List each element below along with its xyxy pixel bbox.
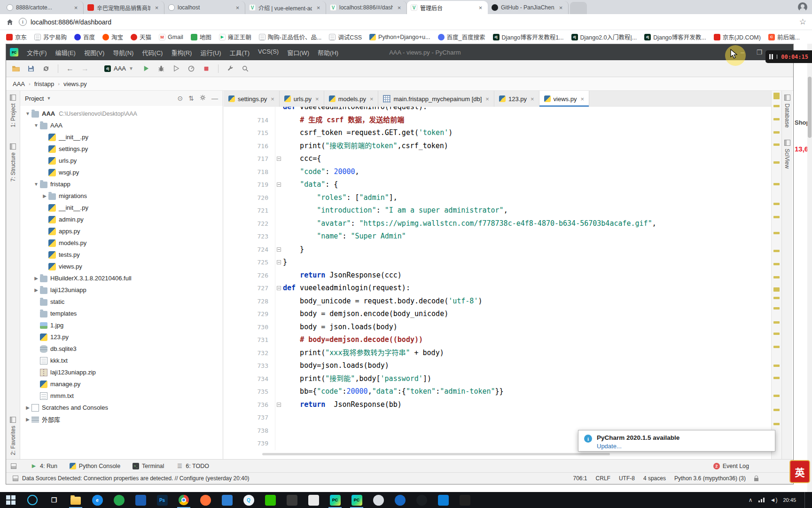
- expand-arrow-icon[interactable]: ▼: [32, 123, 40, 128]
- file-encoding[interactable]: UTF-8: [619, 475, 635, 482]
- code-line[interactable]: 734 print("接到能",body['password']): [224, 373, 771, 386]
- browser-tab[interactable]: V管理后台×: [407, 1, 488, 14]
- fold-marker-icon[interactable]: [277, 157, 281, 161]
- code-editor[interactable]: def vueeleadmintokenInfo(request):714 # …: [224, 107, 771, 459]
- forward-icon[interactable]: →: [80, 64, 90, 74]
- tree-item[interactable]: 123.py: [20, 331, 223, 343]
- code-line[interactable]: def vueeleadmintokenInfo(request):: [224, 107, 771, 114]
- bookmark-item[interactable]: djDjango2.0入门教程|...: [568, 31, 640, 43]
- tree-item[interactable]: ▶migrations: [20, 190, 223, 202]
- project-panel-title[interactable]: Project: [25, 95, 44, 102]
- tree-item[interactable]: __init__.py: [20, 202, 223, 214]
- bookmark-item[interactable]: 天猫: [127, 31, 155, 43]
- browser-tab[interactable]: GitHub - PanJiaChen/v...×: [488, 1, 569, 14]
- breadcrumb-item[interactable]: AAA: [13, 80, 25, 87]
- fold-marker-icon[interactable]: [277, 403, 281, 407]
- indent-setting[interactable]: 4 spaces: [643, 475, 666, 482]
- taskbar-icon-cortana-search[interactable]: [22, 492, 43, 508]
- tool-window-button-structure[interactable]: 7: Structure: [10, 143, 16, 182]
- code-line[interactable]: 716 print("接收到前端的token",csrf_token): [224, 140, 771, 153]
- code-line[interactable]: 717 ccc={: [224, 152, 771, 166]
- tab-close-icon[interactable]: ×: [531, 95, 534, 103]
- breadcrumb-item[interactable]: views.py: [63, 80, 87, 87]
- code-line[interactable]: 728 body_unicode = request.body.decode('…: [224, 295, 771, 308]
- bookmark-item[interactable]: Python+Django+u...: [366, 32, 434, 42]
- bookmark-item[interactable]: MGmail: [156, 32, 187, 42]
- expand-arrow-icon[interactable]: ▶: [24, 405, 31, 410]
- code-line[interactable]: 719 "data": {: [224, 178, 771, 191]
- search-icon[interactable]: [240, 64, 250, 74]
- taskbar-icon-steam[interactable]: [367, 492, 389, 508]
- code-line[interactable]: 723 "name": "Super Admin": [224, 230, 771, 243]
- code-line[interactable]: 722 "avatar": "https://wpimg.wallstcn.co…: [224, 217, 771, 230]
- menu-item[interactable]: 窗口(W): [283, 47, 313, 58]
- tree-item[interactable]: admin.py: [20, 214, 223, 225]
- tree-item[interactable]: views.py: [20, 261, 223, 272]
- tree-item[interactable]: mmm.txt: [20, 390, 223, 402]
- tree-item[interactable]: urls.py: [20, 155, 223, 167]
- code-line[interactable]: 724 }: [224, 243, 771, 256]
- back-icon[interactable]: ←: [65, 64, 75, 74]
- status-icon[interactable]: [13, 476, 18, 481]
- update-link[interactable]: Update...: [597, 443, 679, 450]
- hide-panel-icon[interactable]: —: [211, 95, 218, 102]
- browser-profile-icon[interactable]: [798, 2, 807, 12]
- fold-marker-icon[interactable]: [277, 183, 281, 187]
- tree-item[interactable]: tests.py: [20, 249, 223, 261]
- tool-window-button-database[interactable]: Database: [784, 95, 790, 127]
- volume-icon[interactable]: ◄): [770, 497, 778, 503]
- tab-close-icon[interactable]: ×: [271, 95, 274, 103]
- bookmark-item[interactable]: djDjango博客开发教程1...: [490, 31, 567, 43]
- menu-item[interactable]: 视图(V): [80, 47, 108, 58]
- expand-arrow-icon[interactable]: ▼: [32, 182, 40, 187]
- tab-close-icon[interactable]: ×: [485, 95, 489, 103]
- minimize-button[interactable]: –: [741, 48, 744, 56]
- fold-marker-icon[interactable]: [277, 286, 281, 290]
- tool-window-switcher-icon[interactable]: [11, 463, 16, 469]
- browser-tab[interactable]: V介绍 | vue-element-ad...×: [245, 1, 326, 14]
- scrollbar-marker-strip[interactable]: [771, 91, 781, 459]
- taskbar-clock[interactable]: 20:45: [783, 497, 796, 503]
- new-tab-button[interactable]: [570, 2, 587, 14]
- bookmark-item[interactable]: djDjango博客开发教...: [641, 31, 710, 43]
- taskbar-icon-pycharm-1[interactable]: PC: [324, 492, 346, 508]
- expand-arrow-icon[interactable]: ▶: [24, 417, 31, 422]
- editor-tab[interactable]: settings.py×: [224, 91, 280, 107]
- tab-close-icon[interactable]: ×: [557, 4, 564, 11]
- taskbar-icon-settings-gear[interactable]: [389, 492, 411, 508]
- taskbar-icon-github[interactable]: [411, 492, 432, 508]
- code-line[interactable]: 737: [224, 411, 771, 424]
- bookmark-item[interactable]: 京东(JD.COM): [710, 31, 764, 43]
- tab-close-icon[interactable]: ×: [477, 4, 484, 11]
- code-line[interactable]: 730 body = json.loads(body): [224, 321, 771, 334]
- page-info-icon[interactable]: i: [19, 18, 27, 26]
- browser-tab[interactable]: Vlocalhost:8886/#/dash...×: [326, 1, 407, 14]
- tool-window-button-run[interactable]: ▶4: Run: [31, 463, 57, 469]
- gear-icon[interactable]: [200, 95, 206, 102]
- expand-arrow-icon[interactable]: ▶: [41, 193, 48, 198]
- code-line[interactable]: 736 return JsonResponse(bb): [224, 398, 771, 412]
- taskbar-icon-firefox[interactable]: [195, 492, 216, 508]
- browser-tab[interactable]: 辛巴宠物用品销售商城×: [84, 1, 164, 14]
- stop-icon[interactable]: [777, 55, 777, 59]
- bookmark-item[interactable]: 地图: [187, 31, 215, 43]
- code-line[interactable]: 725}: [224, 256, 771, 269]
- editor-tab[interactable]: models.py×: [324, 91, 379, 107]
- taskbar-icon-browser-green[interactable]: [108, 492, 130, 508]
- sync-icon[interactable]: [41, 64, 51, 74]
- tool-window-button-todo[interactable]: ☰6: TODO: [176, 463, 209, 469]
- tree-item[interactable]: ▼AAA: [20, 119, 223, 131]
- editor-tab[interactable]: main.fristapp_mychepainum [db]×: [378, 91, 494, 107]
- menu-item[interactable]: 帮助(H): [314, 47, 342, 58]
- maximize-button[interactable]: ❐: [757, 48, 763, 56]
- code-line[interactable]: 729 body = demjson.encode(body_unicode): [224, 308, 771, 321]
- taskbar-icon-file-explorer[interactable]: [65, 492, 86, 508]
- editor-tab[interactable]: 123.py×: [494, 91, 539, 107]
- menu-item[interactable]: 导航(N): [109, 47, 137, 58]
- python-interpreter[interactable]: Python 3.6 (mypython36) (3): [674, 475, 746, 482]
- menu-item[interactable]: 代码(C): [138, 47, 166, 58]
- tool-window-button-sciview[interactable]: SciView: [784, 140, 790, 168]
- bookmark-item[interactable]: 苏宁易购: [31, 31, 70, 43]
- tree-item[interactable]: ▶laji123uniapp: [20, 284, 223, 296]
- taskbar-icon-edge[interactable]: e: [86, 492, 108, 508]
